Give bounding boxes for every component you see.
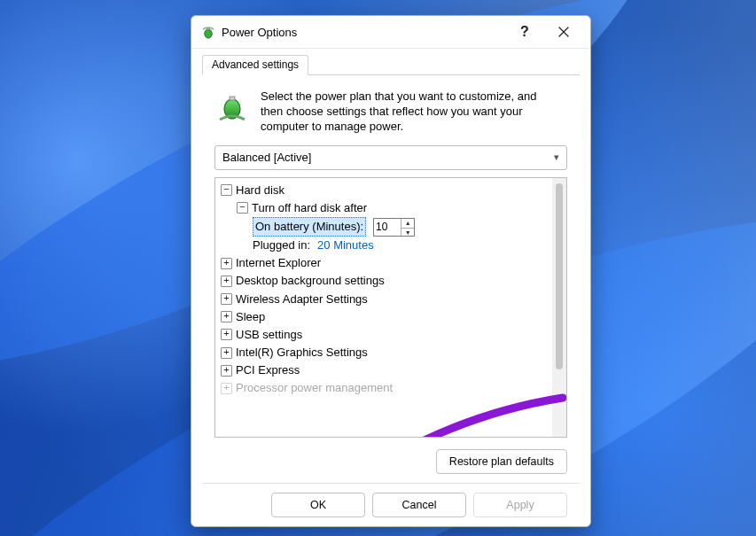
setting-label: On battery (Minutes): xyxy=(253,217,366,237)
tree-item-intel-graphics[interactable]: Intel(R) Graphics Settings xyxy=(219,344,550,361)
tree-item-label: Turn off hard disk after xyxy=(252,199,367,217)
button-label: Apply xyxy=(506,499,534,511)
tree-item-turn-off-hard-disk[interactable]: Turn off hard disk after xyxy=(219,199,550,217)
tree-item-desktop-background[interactable]: Desktop background settings xyxy=(219,272,550,290)
tree-item-label: Desktop background settings xyxy=(236,272,385,290)
tree-item-label: USB settings xyxy=(236,326,302,344)
tab-label: Advanced settings xyxy=(212,58,299,71)
tree-item-label: Wireless Adapter Settings xyxy=(236,291,368,308)
window-title: Power Options xyxy=(222,26,505,39)
plus-icon[interactable] xyxy=(221,276,232,287)
tree-item-label: Processor power management xyxy=(236,379,393,397)
tabstrip: Advanced settings xyxy=(202,52,580,75)
spin-down-icon[interactable]: ▼ xyxy=(401,229,414,238)
svg-rect-1 xyxy=(207,28,210,30)
button-label: Cancel xyxy=(402,499,437,511)
tree-item-label: Sleep xyxy=(236,308,265,326)
apply-button[interactable]: Apply xyxy=(473,493,567,517)
tree-item-label: Intel(R) Graphics Settings xyxy=(236,344,368,361)
plus-icon[interactable] xyxy=(221,347,232,359)
client-area: Advanced settings xyxy=(191,49,590,526)
tree-item-processor-power[interactable]: Processor power management xyxy=(219,379,550,397)
tree-item-sleep[interactable]: Sleep xyxy=(219,308,550,326)
setting-plugged-in[interactable]: Plugged in: 20 Minutes xyxy=(219,237,550,254)
on-battery-spinner[interactable]: ▲ ▼ xyxy=(373,218,415,237)
setting-label: Plugged in: xyxy=(253,237,310,254)
tab-body: Select the power plan that you want to c… xyxy=(202,75,580,483)
scrollbar-thumb[interactable] xyxy=(556,183,563,369)
tree-item-hard-disk[interactable]: Hard disk xyxy=(219,182,550,199)
settings-tree[interactable]: Hard disk Turn off hard disk after On ba… xyxy=(215,178,552,437)
plus-icon[interactable] xyxy=(221,293,232,305)
titlebar: Power Options ? xyxy=(191,16,590,49)
tree-item-internet-explorer[interactable]: Internet Explorer xyxy=(219,254,550,272)
plus-icon[interactable] xyxy=(221,383,232,394)
plus-icon[interactable] xyxy=(221,365,232,377)
plugged-in-value[interactable]: 20 Minutes xyxy=(317,237,374,254)
tree-item-pci-express[interactable]: PCI Express xyxy=(219,361,550,379)
power-options-dialog: Power Options ? Advanced settings xyxy=(191,15,591,527)
button-label: Restore plan defaults xyxy=(449,455,554,468)
tree-item-label: Hard disk xyxy=(236,182,284,199)
button-label: OK xyxy=(310,499,326,511)
power-plan-icon xyxy=(214,89,250,128)
battery-icon xyxy=(200,24,216,40)
plus-icon[interactable] xyxy=(221,258,232,269)
plan-selected-value: Balanced [Active] xyxy=(222,151,311,164)
chevron-down-icon: ▾ xyxy=(554,151,559,163)
help-button[interactable]: ? xyxy=(505,16,544,48)
spin-up-icon[interactable]: ▲ xyxy=(401,219,414,229)
tree-item-label: PCI Express xyxy=(236,361,300,379)
plan-dropdown[interactable]: Balanced [Active] ▾ xyxy=(214,145,567,170)
plus-icon[interactable] xyxy=(221,311,232,322)
svg-rect-3 xyxy=(230,97,235,100)
dialog-footer: OK Cancel Apply xyxy=(202,483,580,517)
tree-item-wireless-adapter[interactable]: Wireless Adapter Settings xyxy=(219,291,550,308)
svg-point-0 xyxy=(205,29,212,38)
on-battery-input[interactable] xyxy=(374,221,401,233)
cancel-button[interactable]: Cancel xyxy=(372,493,466,517)
close-button[interactable] xyxy=(544,16,583,48)
tab-advanced-settings[interactable]: Advanced settings xyxy=(202,55,308,75)
intro: Select the power plan that you want to c… xyxy=(214,89,567,135)
tree-item-label: Internet Explorer xyxy=(236,254,321,272)
restore-row: Restore plan defaults xyxy=(214,438,567,474)
minus-icon[interactable] xyxy=(237,202,248,214)
minus-icon[interactable] xyxy=(221,184,232,196)
ok-button[interactable]: OK xyxy=(271,493,365,517)
settings-tree-container: Hard disk Turn off hard disk after On ba… xyxy=(214,177,567,438)
spinbox[interactable]: ▲ ▼ xyxy=(401,219,414,236)
setting-on-battery[interactable]: On battery (Minutes): ▲ ▼ xyxy=(219,217,550,237)
intro-text: Select the power plan that you want to c… xyxy=(261,89,544,135)
scrollbar[interactable] xyxy=(552,178,566,437)
plus-icon[interactable] xyxy=(221,329,232,340)
restore-defaults-button[interactable]: Restore plan defaults xyxy=(436,449,567,474)
tree-item-usb-settings[interactable]: USB settings xyxy=(219,326,550,344)
